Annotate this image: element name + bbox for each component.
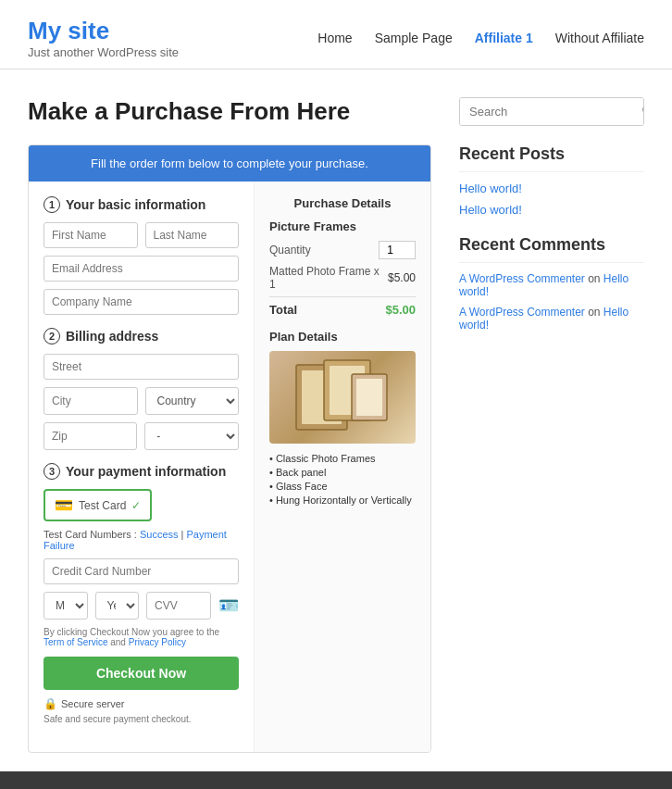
quantity-label: Quantity [269,244,311,257]
cvv-input[interactable] [146,592,211,620]
quantity-row: Quantity [269,241,416,259]
search-input[interactable] [460,98,634,125]
commenter-1[interactable]: A WordPress Commenter [459,272,585,285]
card-details-row: Month Year 🪪 [44,592,239,620]
comment-on-1: on [588,272,604,285]
recent-posts-title: Recent Posts [459,144,644,172]
check-icon: ✓ [131,499,141,512]
checkout-header: Fill the order form below to complete yo… [29,145,430,182]
secure-description: Safe and secure payment checkout. [44,714,239,724]
feature-1: Classic Photo Frames [269,453,416,464]
recent-posts-section: Recent Posts Hello world! Hello world! [459,144,644,217]
first-name-input[interactable] [44,222,138,248]
section2-title: 2 Billing address [44,328,239,344]
form-section: 1 Your basic information [29,182,255,752]
recent-comments-section: Recent Comments A WordPress Commenter on… [459,235,644,332]
site-branding: My site Just another WordPress site [28,17,179,59]
secure-label: Secure server [61,698,124,709]
content-area: Make a Purchase From Here Fill the order… [28,97,431,753]
plan-features: Classic Photo Frames Back panel Glass Fa… [269,453,416,506]
total-row: Total $5.00 [269,296,416,317]
comment-1: A WordPress Commenter on Hello world! [459,272,644,298]
basic-info-section: 1 Your basic information [44,196,239,315]
main-wrapper: Make a Purchase From Here Fill the order… [0,69,672,771]
item-row: Matted Photo Frame x 1 $5.00 [269,265,416,291]
product-image [269,351,416,444]
company-input[interactable] [44,289,239,315]
city-country-row: Country [44,387,239,415]
secure-info: 🔒 Secure server [44,697,239,710]
checkout-body: 1 Your basic information [29,182,430,752]
cc-row [44,558,239,584]
comment-on-2: on [588,306,604,319]
street-input[interactable] [44,354,239,380]
month-select[interactable]: Month [44,592,88,620]
last-name-input[interactable] [145,222,240,248]
total-price: $5.00 [385,303,416,317]
search-box: 🔍 [459,97,644,126]
street-row [44,354,239,380]
company-row [44,289,239,315]
payment-section: 3 Your payment information 💳 Test Card ✓… [44,463,239,724]
page-title: Make a Purchase From Here [28,97,431,126]
country-select[interactable]: Country [145,387,240,415]
lock-icon: 🔒 [44,697,57,710]
test-card-links: Test Card Numbers : Success | Payment Fa… [44,529,239,551]
recent-comments-title: Recent Comments [459,235,644,263]
recent-post-1[interactable]: Hello world! [459,182,644,195]
item-price: $5.00 [388,271,416,284]
feature-2: Back panel [269,467,416,478]
tos-text: By clicking Checkout Now you agree to th… [44,627,239,647]
zip-suffix-select[interactable]: - [144,422,238,450]
footer-main: Colorway Theme Footer is widgetized. To … [0,771,672,789]
nav-without-affiliate[interactable]: Without Affiliate [555,31,644,45]
year-select[interactable]: Year [95,592,140,620]
privacy-link[interactable]: Privacy Policy [129,637,186,647]
billing-section: 2 Billing address Country [44,328,239,450]
item-label: Matted Photo Frame x 1 [269,265,388,291]
nav-affiliate1[interactable]: Affiliate 1 [475,31,533,45]
feature-4: Hung Horizontally or Vertically [269,495,416,506]
test-card-button[interactable]: 💳 Test Card ✓ [44,489,152,521]
comment-2: A WordPress Commenter on Hello world! [459,306,644,332]
zip-row: - [44,422,239,450]
product-name: Picture Frames [269,219,416,233]
checkout-card: Fill the order form below to complete yo… [28,144,431,753]
section1-title: 1 Your basic information [44,196,239,213]
tos-link[interactable]: Term of Service [44,637,107,647]
section3-title: 3 Your payment information [44,463,239,480]
section1-num: 1 [44,196,60,213]
email-row [44,256,239,282]
search-button[interactable]: 🔍 [634,98,644,125]
checkout-button[interactable]: Checkout Now [44,657,239,690]
payment-btn-label: Test Card [79,499,126,512]
header: My site Just another WordPress site Home… [0,0,672,69]
svg-rect-5 [356,379,382,416]
card-chip-icon: 🪪 [218,592,239,620]
name-row [44,222,239,248]
site-title: My site [28,17,179,45]
recent-post-2[interactable]: Hello world! [459,203,644,217]
card-icon: 💳 [55,496,73,514]
commenter-2[interactable]: A WordPress Commenter [459,306,585,319]
plan-title: Plan Details [269,330,416,344]
success-link[interactable]: Success [140,529,179,540]
email-input[interactable] [44,256,239,282]
city-input[interactable] [44,387,138,415]
section2-num: 2 [44,328,60,344]
purchase-details-title: Purchase Details [269,196,416,210]
site-tagline: Just another WordPress site [28,45,179,59]
quantity-input[interactable] [379,241,416,259]
total-label: Total [269,303,297,317]
nav-sample-page[interactable]: Sample Page [375,31,453,45]
feature-3: Glass Face [269,481,416,492]
details-section: Purchase Details Picture Frames Quantity… [255,182,430,752]
zip-input[interactable] [44,422,137,450]
section3-num: 3 [44,463,60,480]
cc-number-input[interactable] [44,558,239,584]
sidebar: 🔍 Recent Posts Hello world! Hello world!… [459,97,644,753]
main-nav: Home Sample Page Affiliate 1 Without Aff… [317,31,644,45]
nav-home[interactable]: Home [317,31,352,45]
